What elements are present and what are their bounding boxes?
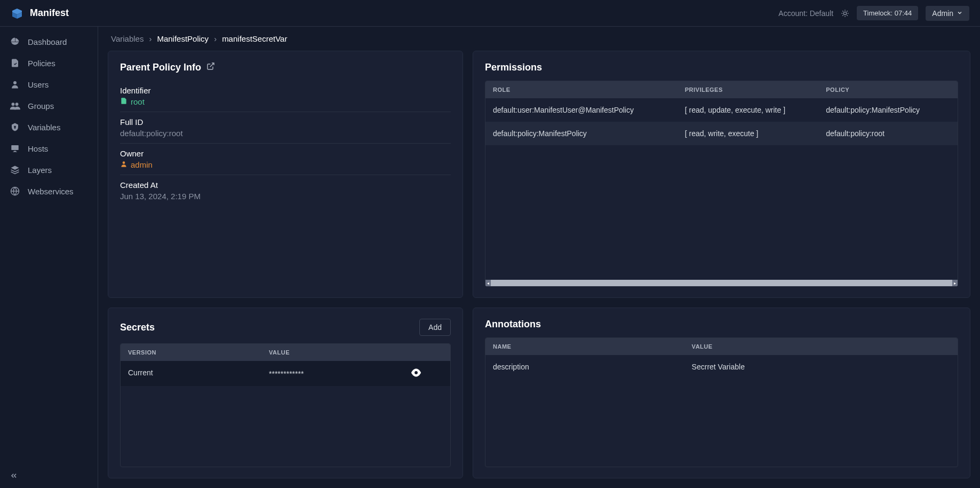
cell-value: Secrret Variable	[692, 363, 950, 371]
user-menu-label: Admin	[932, 9, 953, 18]
svg-rect-15	[14, 151, 17, 152]
sidebar-item-policies[interactable]: Policies	[0, 52, 98, 74]
owner-label: Owner	[120, 149, 451, 158]
svg-rect-13	[14, 127, 15, 129]
permissions-card: Permissions ROLE PRIVILEGES POLICY defau…	[473, 51, 970, 298]
sidebar-item-label: Hosts	[28, 144, 48, 153]
sidebar-item-dashboard[interactable]: Dashboard	[0, 31, 98, 52]
svg-rect-16	[13, 152, 17, 152]
logo-icon	[11, 7, 23, 20]
policies-icon	[10, 58, 20, 68]
cell-policy: default:policy:root	[826, 129, 950, 138]
identifier-value: root	[131, 97, 145, 106]
sidebar-item-webservices[interactable]: Webservices	[0, 180, 98, 202]
col-header-value: VALUE	[269, 349, 443, 356]
secrets-table: VERSION VALUE Current ************	[120, 343, 451, 467]
svg-point-0	[843, 12, 846, 14]
timelock-button[interactable]: Timelock: 07:44	[857, 6, 918, 20]
sidebar-item-label: Policies	[28, 59, 55, 68]
table-row[interactable]: description Secrret Variable	[485, 355, 958, 379]
svg-rect-14	[11, 145, 19, 150]
sidebar-item-label: Users	[28, 80, 49, 89]
groups-icon	[10, 100, 20, 111]
identifier-link[interactable]: root	[120, 97, 145, 106]
cell-value: ************	[269, 369, 304, 378]
app-brand[interactable]: Manifest	[11, 7, 69, 20]
svg-line-19	[210, 63, 214, 67]
user-menu-button[interactable]: Admin	[926, 6, 969, 21]
chevron-double-left-icon	[10, 473, 18, 482]
permissions-table: ROLE PRIVILEGES POLICY default:user:Mani…	[485, 81, 958, 287]
sidebar-item-label: Webservices	[28, 187, 74, 196]
card-title: Parent Policy Info	[120, 62, 201, 73]
svg-line-6	[847, 15, 847, 15]
breadcrumb-current: manifestSecretVar	[222, 34, 287, 43]
cell-version: Current	[128, 368, 269, 379]
theme-toggle-icon[interactable]	[841, 9, 849, 18]
add-secret-button[interactable]: Add	[419, 319, 451, 336]
col-header-version: VERSION	[128, 349, 269, 356]
cell-privileges: [ read, write, execute ]	[685, 129, 826, 138]
sidebar-item-label: Variables	[28, 123, 60, 132]
col-header-value: VALUE	[692, 343, 950, 350]
col-header-name: NAME	[493, 343, 692, 350]
breadcrumb-variables[interactable]: Variables	[111, 34, 144, 43]
created-value: Jun 13, 2024, 2:19 PM	[120, 192, 451, 201]
svg-line-7	[842, 15, 843, 15]
svg-line-5	[842, 11, 843, 11]
table-row[interactable]: Current ************	[121, 361, 450, 386]
annotations-card: Annotations NAME VALUE description Secrr…	[473, 308, 970, 478]
variables-icon	[10, 122, 20, 132]
svg-point-11	[15, 103, 19, 106]
sidebar-item-users[interactable]: Users	[0, 74, 98, 95]
card-title: Secrets	[120, 322, 155, 333]
user-icon	[120, 160, 128, 169]
parent-policy-card: Parent Policy Info Identifier	[108, 51, 463, 298]
account-label: Account: Default	[778, 9, 833, 18]
sidebar-item-hosts[interactable]: Hosts	[0, 138, 98, 159]
cell-name: description	[493, 363, 692, 371]
sidebar-collapse-button[interactable]	[0, 465, 98, 488]
sidebar-item-layers[interactable]: Layers	[0, 159, 98, 180]
created-label: Created At	[120, 180, 451, 190]
sidebar-item-label: Layers	[28, 166, 52, 175]
svg-point-21	[415, 371, 418, 374]
annotations-table: NAME VALUE description Secrret Variable	[485, 337, 958, 467]
dashboard-icon	[10, 36, 20, 47]
breadcrumb-policy[interactable]: ManifestPolicy	[157, 34, 209, 43]
table-row[interactable]: default:user:ManifestUser@ManifestPolicy…	[485, 98, 958, 122]
sidebar-item-variables[interactable]: Variables	[0, 116, 98, 138]
users-icon	[10, 79, 20, 90]
cell-role: default:user:ManifestUser@ManifestPolicy	[493, 106, 685, 114]
fullid-label: Full ID	[120, 117, 451, 127]
card-title: Annotations	[485, 319, 541, 330]
external-link-icon[interactable]	[206, 62, 215, 73]
cell-policy: default:policy:ManifestPolicy	[826, 106, 950, 114]
identifier-label: Identifier	[120, 86, 451, 95]
cell-role: default:policy:ManifestPolicy	[493, 129, 685, 138]
layers-icon	[10, 164, 20, 175]
svg-point-10	[12, 103, 15, 106]
cell-privileges: [ read, update, execute, write ]	[685, 106, 826, 114]
col-header-role: ROLE	[493, 86, 685, 93]
col-header-policy: POLICY	[826, 86, 950, 93]
table-row[interactable]: default:policy:ManifestPolicy [ read, wr…	[485, 122, 958, 145]
scroll-right-icon[interactable]: ▸	[952, 280, 958, 286]
card-title: Permissions	[485, 62, 542, 73]
sidebar-item-label: Groups	[28, 101, 54, 111]
svg-line-8	[847, 11, 847, 11]
horizontal-scrollbar[interactable]: ◂ ▸	[485, 280, 958, 286]
fullid-value: default:policy:root	[120, 129, 451, 138]
col-header-privileges: PRIVILEGES	[685, 86, 826, 93]
scroll-left-icon[interactable]: ◂	[485, 280, 491, 286]
hosts-icon	[10, 143, 20, 154]
sidebar: Dashboard Policies Users Groups Variable…	[0, 27, 98, 488]
content: Variables › ManifestPolicy › manifestSec…	[98, 27, 980, 488]
sidebar-item-groups[interactable]: Groups	[0, 95, 98, 116]
reveal-secret-icon[interactable]	[411, 368, 443, 379]
chevron-right-icon: ›	[149, 34, 152, 43]
svg-point-20	[123, 161, 125, 164]
webservices-icon	[10, 186, 20, 196]
owner-link[interactable]: admin	[120, 160, 153, 169]
app-name: Manifest	[30, 7, 69, 19]
